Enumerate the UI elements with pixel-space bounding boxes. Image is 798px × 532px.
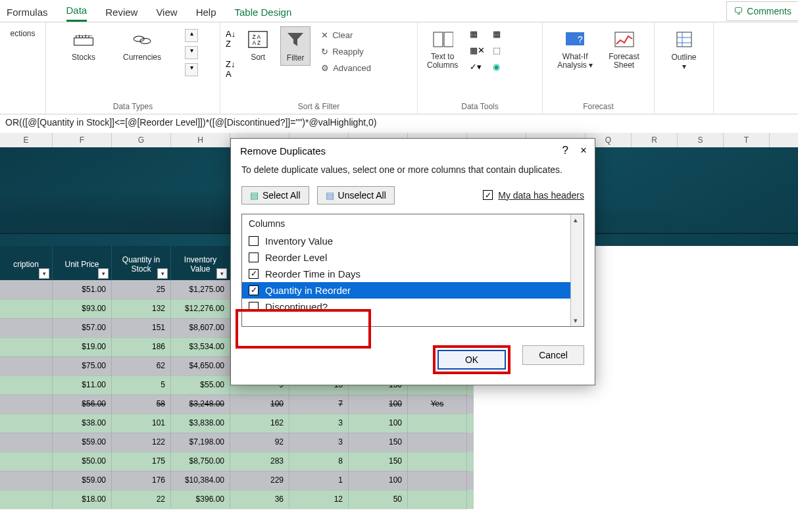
- unselect-all-button[interactable]: ▤ Unselect All: [317, 186, 395, 205]
- table-cell[interactable]: [408, 471, 467, 491]
- ok-button[interactable]: OK: [437, 350, 506, 370]
- table-cell[interactable]: 283: [230, 452, 289, 472]
- table-cell[interactable]: [408, 452, 467, 472]
- headers-checkbox[interactable]: [483, 190, 493, 200]
- table-row[interactable]: $50.00175$8,750.002838150: [0, 452, 474, 471]
- table-cell[interactable]: $93.00: [53, 299, 112, 319]
- table-cell[interactable]: [0, 471, 53, 491]
- table-cell[interactable]: $19.00: [53, 337, 112, 357]
- table-cell[interactable]: 62: [112, 356, 171, 376]
- tab-table-design[interactable]: Table Design: [235, 7, 292, 22]
- column-item[interactable]: Reorder Level: [242, 249, 584, 266]
- tab-help[interactable]: Help: [196, 7, 216, 22]
- select-all-button[interactable]: ▤ Select All: [241, 186, 309, 205]
- table-cell[interactable]: $1,275.00: [171, 280, 230, 300]
- table-cell[interactable]: [0, 280, 53, 300]
- tab-data[interactable]: Data: [66, 5, 87, 22]
- table-cell[interactable]: $56.00: [53, 395, 112, 414]
- table-cell[interactable]: $50.00: [53, 452, 112, 472]
- table-cell[interactable]: 25: [112, 280, 171, 300]
- relationships-icon[interactable]: ⬚: [493, 45, 501, 55]
- table-cell[interactable]: $3,534.00: [171, 337, 230, 357]
- table-cell[interactable]: $8,750.00: [171, 452, 230, 472]
- advanced-button[interactable]: ⚙Advanced: [318, 62, 374, 74]
- table-cell[interactable]: $59.00: [53, 471, 112, 491]
- connections-partial[interactable]: ections: [6, 26, 39, 41]
- table-cell[interactable]: 92: [230, 433, 289, 452]
- table-cell[interactable]: 162: [230, 414, 289, 433]
- table-cell[interactable]: $18.00: [53, 490, 112, 510]
- table-cell[interactable]: $75.00: [53, 356, 112, 376]
- table-cell[interactable]: 100: [349, 414, 408, 433]
- data-types-up[interactable]: ▴: [185, 29, 198, 42]
- column-checkbox[interactable]: [249, 285, 259, 295]
- table-cell[interactable]: [0, 299, 53, 319]
- text-to-columns-button[interactable]: Text toColumns: [423, 26, 462, 72]
- table-cell[interactable]: 151: [112, 318, 171, 338]
- table-cell[interactable]: [0, 356, 53, 376]
- sort-asc-icon[interactable]: A↓Z: [226, 29, 236, 49]
- col-qty-stock[interactable]: Quantity in Stock: [112, 246, 171, 280]
- table-cell[interactable]: $3,838.00: [171, 414, 230, 433]
- table-cell[interactable]: [0, 433, 53, 452]
- column-checkbox[interactable]: [249, 269, 259, 279]
- headers-checkbox-label[interactable]: My data has headers: [483, 190, 584, 201]
- table-cell[interactable]: $3,248.00: [171, 395, 230, 414]
- column-checkbox[interactable]: [249, 253, 259, 262]
- table-row[interactable]: $59.00176$10,384.002291100: [0, 471, 474, 490]
- help-icon[interactable]: ?: [562, 144, 568, 157]
- tab-view[interactable]: View: [156, 7, 177, 22]
- comments-button[interactable]: 🗨 Comments: [726, 1, 798, 21]
- table-row[interactable]: $59.00122$7,198.00923150: [0, 433, 474, 452]
- table-cell[interactable]: $51.00: [53, 280, 112, 300]
- table-cell[interactable]: [0, 375, 53, 395]
- table-cell[interactable]: 100: [349, 471, 408, 491]
- table-row[interactable]: $18.0022$396.00361250: [0, 490, 474, 509]
- outline-button[interactable]: Outline▾: [667, 26, 700, 74]
- table-cell[interactable]: [0, 395, 53, 414]
- table-cell[interactable]: 12: [289, 490, 349, 510]
- cancel-button[interactable]: Cancel: [522, 345, 584, 365]
- table-cell[interactable]: 1: [289, 471, 349, 491]
- table-cell[interactable]: [0, 337, 53, 357]
- table-cell[interactable]: [408, 490, 467, 510]
- clear-button[interactable]: ✕Clear: [318, 29, 374, 41]
- table-cell[interactable]: 22: [112, 490, 171, 510]
- table-cell[interactable]: 8: [289, 452, 349, 472]
- scrollbar[interactable]: [570, 214, 584, 326]
- table-cell[interactable]: $7,198.00: [171, 433, 230, 452]
- table-cell[interactable]: $8,607.00: [171, 318, 230, 338]
- table-cell[interactable]: 122: [112, 433, 171, 452]
- table-cell[interactable]: [408, 414, 467, 433]
- table-cell[interactable]: 100: [230, 395, 289, 414]
- table-cell[interactable]: 175: [112, 452, 171, 472]
- data-types-more[interactable]: ▾: [185, 63, 198, 76]
- table-cell[interactable]: 5: [112, 375, 171, 395]
- table-cell[interactable]: 229: [230, 471, 289, 491]
- table-cell[interactable]: $57.00: [53, 318, 112, 338]
- column-item[interactable]: Inventory Value: [242, 233, 584, 249]
- close-icon[interactable]: ×: [580, 144, 587, 157]
- table-cell[interactable]: $396.00: [171, 490, 230, 510]
- currencies-button[interactable]: Currencies: [119, 26, 165, 64]
- table-cell[interactable]: 3: [289, 414, 349, 433]
- table-cell[interactable]: $59.00: [53, 433, 112, 452]
- table-cell[interactable]: $4,650.00: [171, 356, 230, 376]
- column-item[interactable]: Discontinued?: [242, 299, 584, 315]
- tab-review[interactable]: Review: [105, 7, 137, 22]
- filter-button[interactable]: Filter: [280, 26, 311, 66]
- reapply-button[interactable]: ↻Reapply: [318, 45, 374, 58]
- table-cell[interactable]: [0, 452, 53, 472]
- table-cell[interactable]: 150: [349, 433, 408, 452]
- table-cell[interactable]: $11.00: [53, 375, 112, 395]
- data-types-down[interactable]: ▾: [185, 46, 198, 59]
- column-checkbox[interactable]: [249, 236, 259, 246]
- col-description[interactable]: cription: [0, 246, 53, 280]
- table-cell[interactable]: $12,276.00: [171, 299, 230, 319]
- column-item[interactable]: Reorder Time in Days: [242, 266, 584, 282]
- formula-bar[interactable]: OR(([@[Quantity in Stock]]<=[@[Reorder L…: [0, 114, 798, 133]
- table-cell[interactable]: 3: [289, 433, 349, 452]
- table-cell[interactable]: 100: [349, 395, 408, 414]
- column-checkbox[interactable]: [249, 302, 259, 312]
- table-cell[interactable]: 132: [112, 299, 171, 319]
